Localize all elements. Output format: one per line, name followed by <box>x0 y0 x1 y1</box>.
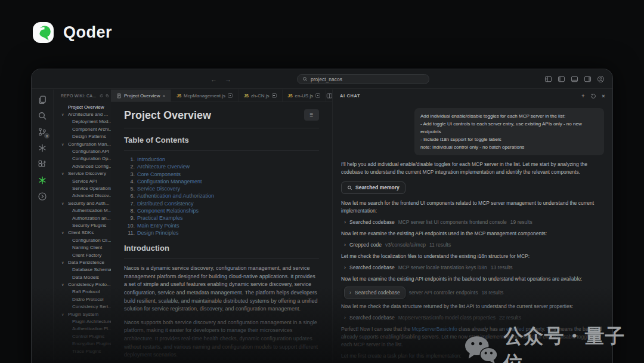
tree-item[interactable]: ∨ Configuration API <box>54 147 111 155</box>
toc-link[interactable]: Design Principles <box>137 229 179 236</box>
search-icon <box>347 185 352 190</box>
quest-icon[interactable] <box>38 143 47 153</box>
tree-item[interactable]: ∨ Encryption Plugins <box>54 340 111 347</box>
tree-item[interactable]: ∨ Data Persistence <box>54 259 111 266</box>
nav-back-icon[interactable]: ← <box>210 76 217 83</box>
toggle-bottom-panel-icon[interactable] <box>571 75 578 83</box>
editor-tab[interactable]: JS Project Overview × <box>111 90 171 101</box>
tool-call-row[interactable]: › Grepped code v3/console/ai/mcp 11 resu… <box>341 241 604 249</box>
run-panel-icon[interactable] <box>38 192 47 201</box>
tree-item[interactable]: ∨ Database Schema <box>54 266 111 273</box>
chevron-right-icon: › <box>344 219 346 226</box>
tree-item[interactable]: ∨ Deployment Mod... <box>54 118 111 125</box>
tree-item[interactable]: ∨ Configuration Cli... <box>54 236 111 244</box>
tree-item[interactable]: ∨ Architecture and ... <box>54 110 111 118</box>
editor-tab[interactable]: JS McpManagement.js × <box>171 90 239 101</box>
watermark: 公众号・量子位 <box>464 323 644 363</box>
user-message: Add individual enable/disable toggles fo… <box>414 108 604 155</box>
tree-item[interactable]: ∨ Naming Client <box>54 244 111 251</box>
customize-layout-icon[interactable] <box>544 75 552 83</box>
tree-item[interactable]: ∨ Consistency Proto... <box>54 281 111 288</box>
copy-icon[interactable] <box>106 93 109 99</box>
account-icon[interactable] <box>597 75 605 83</box>
history-icon[interactable] <box>590 93 596 99</box>
tree-item-label: Service API <box>72 179 97 184</box>
table-of-contents: 1. Introduction 2. Architecture Overview… <box>124 156 319 236</box>
tree-item[interactable]: ∨ Security and Auth... <box>54 199 111 207</box>
assistant-paragraph: Let me check the localization files to u… <box>341 253 604 260</box>
tree-item[interactable]: ∨ Configuration Op... <box>54 155 111 162</box>
modified-indicator[interactable] <box>228 93 233 98</box>
nav-forward-icon[interactable]: → <box>225 76 231 83</box>
toc-link[interactable]: Authentication and Authorization <box>137 192 214 199</box>
tree-item[interactable]: ∨ Service API <box>54 177 111 184</box>
code-link[interactable]: McpServerBasicInfo <box>412 326 457 332</box>
tree-item-label: Authentication M... <box>72 208 111 213</box>
outline-menu-button[interactable]: ≡ <box>304 109 319 121</box>
searched-memory-chip[interactable]: Searched memory <box>341 182 405 194</box>
split-editor-icon[interactable] <box>326 93 333 99</box>
tool-call-row-active[interactable]: › Searched codebase server API controlle… <box>341 287 604 299</box>
toc-link[interactable]: Service Discovery <box>137 185 180 192</box>
command-search-input[interactable]: project_nacos <box>297 74 429 84</box>
editor-tab[interactable]: JS en-US.js × <box>283 90 327 101</box>
tree-item[interactable]: ∨ Data Models <box>54 273 111 281</box>
tree-item[interactable]: ∨ Distro Protocol <box>54 296 111 303</box>
tree-item[interactable]: ∨ Trace Plugins <box>54 347 111 355</box>
tree-item[interactable]: ∨ Client Factory <box>54 251 111 259</box>
tree-item[interactable]: ∨ Advanced Discov... <box>54 192 111 199</box>
tree-item[interactable]: ∨ Consistency Seri... <box>54 303 111 310</box>
tool-call-row[interactable]: › Searched codebase McpServerBasicInfo m… <box>341 314 604 322</box>
toc-link[interactable]: Core Components <box>137 171 181 178</box>
toc-link[interactable]: Practical Examples <box>137 214 183 222</box>
tree-item[interactable]: ∨ Project Overview <box>54 103 111 110</box>
tree-item[interactable]: ∨ Plugin System <box>54 310 111 318</box>
close-icon[interactable]: × <box>162 93 165 99</box>
tree-item[interactable]: ∨ Plugin Architecture <box>54 318 111 325</box>
refresh-icon[interactable] <box>100 93 103 99</box>
extensions-icon[interactable] <box>38 159 47 169</box>
source-control-icon[interactable]: 3 <box>38 127 47 137</box>
page-title: Project Overview <box>124 109 211 122</box>
tree-item[interactable]: ∨ Authentication M... <box>54 207 111 214</box>
tool-call-row[interactable]: › Searched codebase MCP server locale tr… <box>341 264 604 272</box>
intro-heading: Introduction <box>124 244 319 253</box>
toc-link[interactable]: Architecture Overview <box>137 163 190 170</box>
tree-item[interactable]: ∨ Advanced Config... <box>54 162 111 170</box>
tree-item[interactable]: ∨ Component Archi... <box>54 125 111 133</box>
tree-item[interactable]: ∨ Raft Protocol <box>54 288 111 296</box>
chevron-right-icon: › <box>344 264 346 272</box>
close-chat-icon[interactable]: × <box>602 93 605 99</box>
modified-indicator[interactable] <box>272 93 277 98</box>
tree-item[interactable]: ∨ Security Plugins <box>54 222 111 229</box>
tool-call-row[interactable]: › Searched codebase MCP server list UI c… <box>341 219 604 226</box>
tree-item[interactable]: ∨ Authentication Pl... <box>54 325 111 333</box>
tree-item[interactable]: ∨ Configuration Man... <box>54 140 111 147</box>
modified-indicator[interactable] <box>315 93 320 98</box>
tool-label: Searched codebase <box>349 264 395 272</box>
tool-result-count: 13 results <box>491 264 513 272</box>
toc-link[interactable]: Main Entry Points <box>137 222 179 229</box>
new-chat-icon[interactable]: + <box>581 93 585 99</box>
toc-link[interactable]: Configuration Management <box>137 178 202 185</box>
assistant-paragraph: Now let me examine the existing API endp… <box>341 275 604 283</box>
tree-item-label: Component Archi... <box>72 127 111 132</box>
tree-item[interactable]: ∨ Control Plugins <box>54 333 111 340</box>
editor-tab[interactable]: JS zh-CN.js × <box>239 90 283 101</box>
toc-link[interactable]: Component Relationships <box>137 207 199 214</box>
toggle-left-panel-icon[interactable] <box>558 75 565 83</box>
explorer-icon[interactable] <box>38 95 47 104</box>
tab-strip: JS Project Overview × JS McpManagement.j… <box>111 90 332 102</box>
tree-item[interactable]: ∨ Authorization an... <box>54 214 111 222</box>
qoder-ai-icon[interactable] <box>38 176 47 185</box>
js-file-icon: JS <box>288 94 293 98</box>
tree-item[interactable]: ∨ Service Discovery <box>54 170 111 177</box>
tree-item[interactable]: ∨ Design Patterns <box>54 133 111 140</box>
toc-link[interactable]: Distributed Consistency <box>137 200 194 207</box>
toggle-right-panel-icon[interactable] <box>584 75 592 83</box>
js-file-icon: JS <box>244 94 249 98</box>
tree-item[interactable]: ∨ Client SDKs <box>54 229 111 236</box>
tree-item[interactable]: ∨ Service Operations <box>54 184 111 192</box>
search-panel-icon[interactable] <box>38 111 47 121</box>
toc-link[interactable]: Introduction <box>137 156 165 163</box>
